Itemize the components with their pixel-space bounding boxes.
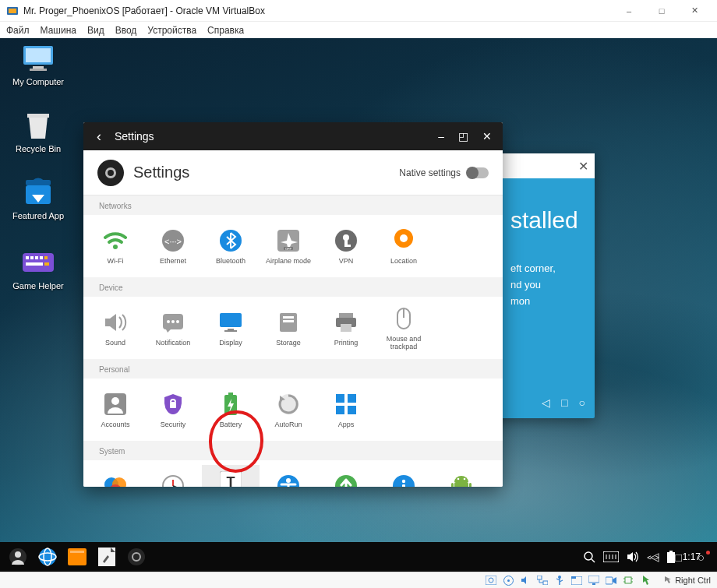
vbx-shared-folders-icon[interactable]	[570, 575, 583, 586]
keyboard-indicator-icon[interactable]	[603, 551, 619, 562]
bgwin-recent-icon[interactable]: ○	[579, 396, 585, 409]
settings-heading: Settings	[133, 164, 189, 181]
clock-icon	[160, 473, 186, 487]
svg-rect-46	[170, 402, 176, 408]
virtualbox-icon	[6, 5, 19, 17]
svg-rect-52	[336, 406, 344, 414]
settings-item-battery[interactable]: Battery	[202, 383, 260, 436]
svg-point-32	[176, 320, 179, 323]
nav-recent-button[interactable]: ○	[698, 551, 705, 564]
svg-point-45	[111, 397, 119, 405]
nav-back-button[interactable]: ◁	[650, 550, 659, 564]
svg-rect-51	[348, 394, 356, 403]
taskbar-files[interactable]	[64, 544, 90, 570]
settings-item-storage[interactable]: Storage	[260, 301, 317, 354]
svg-rect-103	[588, 576, 599, 583]
settings-item-wifi[interactable]: Wi-Fi	[87, 220, 144, 273]
settings-item-root-permissions[interactable]: Root Permissions	[433, 465, 490, 487]
settings-item-airplane[interactable]: OFF Airplane mode	[260, 220, 317, 273]
settings-item-apps[interactable]: Apps	[317, 383, 375, 436]
vbx-mouse-integration-icon[interactable]	[639, 575, 652, 586]
settings-item-display[interactable]: Display	[202, 301, 260, 354]
notification-icon	[160, 309, 186, 336]
vbx-recording-icon[interactable]	[605, 575, 617, 586]
settings-item-autorun[interactable]: AutoRun	[260, 383, 317, 436]
settings-item-vpn[interactable]: VPN	[317, 220, 375, 273]
cell-label: Airplane mode	[266, 257, 311, 265]
desktop-icon-recycle-bin[interactable]: Recycle Bin	[6, 110, 70, 153]
svg-rect-12	[35, 256, 38, 259]
maximize-button[interactable]: ◰	[458, 130, 468, 143]
settings-item-languages-input[interactable]: T Languages & input	[202, 465, 260, 487]
settings-item-notification[interactable]: Notification	[144, 301, 202, 354]
host-minimize-button[interactable]: –	[613, 0, 645, 22]
cell-label: Location	[390, 257, 417, 265]
back-button[interactable]: ‹	[83, 129, 115, 145]
vbx-usb-icon[interactable]	[553, 575, 566, 586]
settings-item-sound[interactable]: Sound	[87, 301, 144, 354]
desktop-icon-label: Recycle Bin	[6, 144, 70, 153]
settings-item-ethernet[interactable]: <···> Ethernet	[144, 220, 202, 273]
svg-rect-72	[469, 483, 472, 487]
menu-machine[interactable]: Машина	[41, 25, 76, 36]
settings-item-mouse[interactable]: Mouse and trackpad	[375, 301, 433, 354]
host-maximize-button[interactable]: □	[645, 0, 678, 22]
bgwin-home-icon[interactable]: □	[561, 396, 567, 409]
taskbar-browser[interactable]	[34, 544, 61, 570]
close-button[interactable]: ✕	[482, 130, 492, 143]
taskbar-settings[interactable]	[123, 544, 150, 570]
volume-icon[interactable]	[627, 551, 639, 562]
vbx-audio-icon[interactable]	[519, 575, 532, 586]
desktop-icon-game-helper[interactable]: Game Helper	[6, 247, 70, 290]
host-close-button[interactable]: ✕	[678, 0, 711, 22]
cell-label: Bluetooth	[216, 257, 245, 265]
vbx-network-icon[interactable]	[536, 575, 549, 586]
svg-rect-1	[9, 9, 16, 13]
settings-item-accounts[interactable]: Accounts	[87, 383, 144, 436]
printer-icon	[333, 309, 359, 336]
menu-help[interactable]: Справка	[207, 25, 244, 36]
sound-icon	[102, 309, 129, 336]
vbx-hdd-icon[interactable]	[485, 575, 497, 586]
settings-item-accessibility[interactable]: Accessibility	[260, 465, 317, 487]
display-icon	[217, 309, 244, 336]
minimize-button[interactable]: –	[438, 130, 444, 143]
desktop-icon-featured-app[interactable]: Featured App	[6, 177, 70, 220]
virtualbox-statusbar: Right Ctrl	[0, 572, 717, 588]
menu-devices[interactable]: Устройства	[147, 25, 196, 36]
svg-rect-33	[220, 313, 242, 327]
svg-rect-5	[30, 69, 47, 71]
vbx-cpu-icon[interactable]	[622, 575, 634, 586]
menu-view[interactable]: Вид	[87, 25, 104, 36]
svg-text:<···>: <···>	[164, 237, 182, 246]
start-button[interactable]	[5, 544, 31, 570]
settings-item-appearance[interactable]: Appearance	[87, 465, 144, 487]
cell-label: Printing	[334, 339, 358, 347]
menu-input[interactable]: Ввод	[115, 25, 137, 36]
settings-item-system-updates[interactable]: System updates	[317, 465, 375, 487]
desktop-icon-label: Featured App	[6, 211, 70, 220]
settings-item-datetime[interactable]: Date & time	[144, 465, 202, 487]
nav-home-button[interactable]: □	[675, 551, 682, 564]
settings-item-bluetooth[interactable]: Bluetooth	[202, 220, 260, 273]
bgwin-close-button[interactable]: ✕	[578, 159, 588, 174]
settings-window: ‹ Settings – ◰ ✕ Settings Native setting…	[83, 122, 503, 487]
vbx-display-icon[interactable]	[588, 575, 600, 586]
search-icon[interactable]	[583, 551, 595, 563]
taskbar-notes[interactable]	[94, 544, 120, 570]
svg-rect-41	[341, 324, 351, 332]
settings-item-location[interactable]: Location	[375, 220, 433, 273]
svg-rect-27	[344, 245, 351, 247]
menu-file[interactable]: Файл	[6, 25, 30, 36]
svg-point-66	[402, 480, 405, 483]
settings-item-about-tablet[interactable]: About tablet	[375, 465, 433, 487]
cell-label: Storage	[276, 339, 301, 347]
settings-item-printing[interactable]: Printing	[317, 301, 375, 354]
virtualbox-title: Mr. Proger_PhoenixOS [Работает] - Oracle…	[23, 5, 265, 16]
vbx-optical-icon[interactable]	[502, 575, 514, 586]
native-settings-label: Native settings	[399, 167, 461, 178]
settings-item-security[interactable]: Security	[144, 383, 202, 436]
bgwin-back-icon[interactable]: ◁	[542, 396, 550, 409]
desktop-icon-my-computer[interactable]: My Computer	[6, 43, 70, 86]
native-settings-toggle[interactable]	[467, 167, 489, 178]
